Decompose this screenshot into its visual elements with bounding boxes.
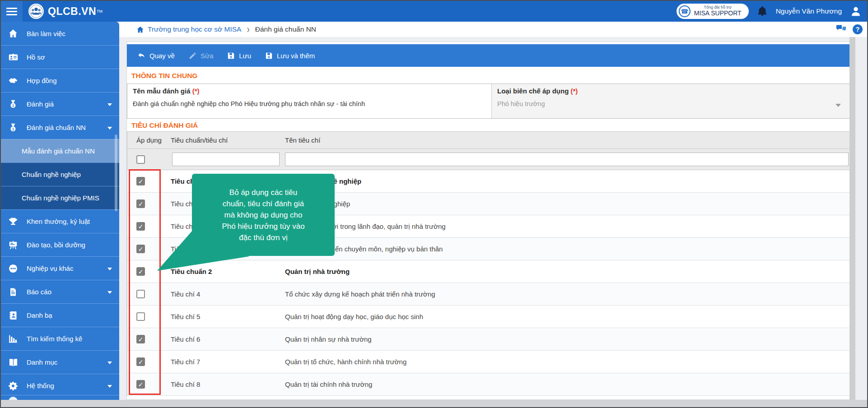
home-icon xyxy=(8,28,19,38)
staff-type-dropdown: Loại biên chế áp dụng (*) Phó hiệu trưởn… xyxy=(492,84,851,118)
sidebar-item--o-t-o-b-i-d-ng[interactable]: Đào tạo, bồi dưỡng xyxy=(1,233,119,256)
support-button[interactable]: ☎ Tổng đài hỗ trợ MISA SUPPORT xyxy=(677,4,749,19)
id-card-icon xyxy=(8,52,19,62)
sidebar-item-label: Danh bạ xyxy=(27,311,52,319)
name-filter-input[interactable] xyxy=(285,153,849,166)
select-all-checkbox[interactable]: ✓ xyxy=(136,155,145,164)
lưu-và-thêm-button[interactable]: Lưu và thêm xyxy=(265,51,315,60)
criteria-code: Tiêu chí 5 xyxy=(171,313,285,320)
callout-text-line: Phó hiệu trưởng tùy vào xyxy=(222,221,304,232)
user-avatar-icon[interactable] xyxy=(850,5,862,17)
row-apply-checkbox[interactable]: ✓ xyxy=(136,199,145,208)
sidebar-item-label: Mẫu đánh giá chuẩn NN xyxy=(22,147,95,155)
sidebar-item-label: Khen thưởng, kỷ luật xyxy=(27,218,90,225)
sidebar-item-label: Đánh giá xyxy=(27,100,54,108)
criteria-code: Tiêu chí 6 xyxy=(171,335,285,343)
criteria-name: Tư tưởng đổi mới trong lãnh đạo, quản tr… xyxy=(285,223,851,230)
chart-icon xyxy=(8,334,19,344)
toolbar-button-label: Quay về xyxy=(149,52,175,60)
sidebar-item-m-u-nh-gi-chu-n-nn[interactable]: Mẫu đánh giá chuẩn NN xyxy=(1,139,119,162)
back-icon xyxy=(137,51,146,60)
section-title-general: THÔNG TIN CHUNG xyxy=(131,72,197,80)
sidebar-item-danh-m-c[interactable]: Danh mục xyxy=(1,350,119,374)
row-apply-checkbox[interactable]: ✓ xyxy=(136,312,145,321)
top-header: QLCB.VNTM ☎ Tổng đài hỗ trợ MISA SUPPORT… xyxy=(1,1,867,22)
dropdown-caret-icon xyxy=(835,104,841,110)
staff-type-label: Loại biên chế áp dụng xyxy=(497,87,569,95)
sidebar-item-label: Chuẩn nghề nghiệp xyxy=(22,171,81,178)
window-footer xyxy=(1,400,867,407)
table-filter-row: ✓ xyxy=(127,149,851,170)
notification-bell-icon[interactable] xyxy=(757,6,768,17)
sidebar-item-h-th-ng[interactable]: Hệ thống xyxy=(1,374,119,397)
sidebar-item--nh-gi-chu-n-nn[interactable]: 1Đánh giá chuẩn NN xyxy=(1,116,119,139)
help-icon[interactable]: ? xyxy=(853,24,863,34)
sidebar-item-h-p-ng[interactable]: Hợp đồng xyxy=(1,69,119,92)
sidebar-item-label: Nghiệp vụ khác xyxy=(27,264,73,272)
row-apply-checkbox[interactable]: ✓ xyxy=(136,245,145,253)
dots-icon xyxy=(8,264,19,274)
template-name-field[interactable]: Tên mẫu đánh giá (*) Đánh giá chuẩn nghề… xyxy=(127,84,492,118)
app-logo[interactable]: QLCB.VNTM xyxy=(28,3,103,19)
row-apply-checkbox[interactable]: ✓ xyxy=(136,222,145,231)
sidebar-item-nghi-p-v-kh-c[interactable]: Nghiệp vụ khác xyxy=(1,256,119,280)
sidebar-scrollbar[interactable] xyxy=(115,134,117,211)
sidebar-item-label: Hệ thống xyxy=(27,382,54,389)
user-name: Nguyễn Văn Phương xyxy=(776,7,842,15)
sidebar-item--nh-gi-[interactable]: 1Đánh giá xyxy=(1,92,119,116)
sidebar-item-label: Đánh giá chuẩn NN xyxy=(27,124,86,131)
toolbar: Quay vềSửaLưuLưu và thêm xyxy=(127,44,851,67)
criteria-filter-input[interactable] xyxy=(172,153,280,166)
svg-text:1: 1 xyxy=(12,103,14,107)
criteria-name: Phẩm chất nghề nghiệp xyxy=(285,177,851,185)
row-apply-checkbox[interactable]: ✓ xyxy=(136,335,145,343)
home-icon[interactable] xyxy=(136,26,144,33)
sidebar-partial-item xyxy=(1,395,119,400)
table-header-row: Áp dụng Tiêu chuẩn/tiêu chí Tên tiêu chí xyxy=(127,132,851,149)
criteria-name: Quản trị tổ chức, hành chính nhà trường xyxy=(285,358,851,366)
quay-về-button[interactable]: Quay về xyxy=(137,51,175,60)
criteria-code: Tiêu chí 7 xyxy=(171,358,285,366)
sidebar-item-khen-th-ng-k-lu-t[interactable]: Khen thưởng, kỷ luật xyxy=(1,209,119,233)
row-apply-checkbox[interactable]: ✓ xyxy=(136,290,145,298)
sidebar-item-chu-n-ngh-nghi-p[interactable]: Chuẩn nghề nghiệp xyxy=(1,162,119,186)
required-mark: (*) xyxy=(571,87,578,95)
template-name-value[interactable]: Đánh giá chuẩn nghề nghiệp cho Phó Hiệu … xyxy=(133,100,486,107)
general-info-form: Tên mẫu đánh giá (*) Đánh giá chuẩn nghề… xyxy=(127,83,851,119)
sidebar-item-b-n-l-m-vi-c[interactable]: Bàn làm việc xyxy=(1,22,119,45)
people-logo-icon xyxy=(28,3,44,19)
required-mark: (*) xyxy=(192,87,200,95)
row-apply-checkbox[interactable]: ✓ xyxy=(136,177,145,185)
vertical-scrollbar[interactable] xyxy=(849,37,855,401)
breadcrumb-root-link[interactable]: Trường trung học cơ sở MISA xyxy=(148,25,241,33)
sidebar-item-chu-n-ngh-nghi-p-pmis[interactable]: Chuẩn nghề nghiệp PMIS xyxy=(1,186,119,209)
sửa-button: Sửa xyxy=(188,51,213,60)
row-apply-checkbox[interactable]: ✓ xyxy=(136,380,145,389)
row-apply-checkbox[interactable]: ✓ xyxy=(136,267,145,276)
toolbar-button-label: Lưu xyxy=(239,52,251,60)
sidebar-item-danh-b-[interactable]: Danh bạ xyxy=(1,303,119,327)
lưu-button[interactable]: Lưu xyxy=(227,51,251,60)
row-apply-checkbox[interactable]: ✓ xyxy=(136,357,145,366)
chat-icon[interactable] xyxy=(835,23,847,35)
sidebar-item-b-o-c-o[interactable]: Báo cáo xyxy=(1,280,119,303)
toolbar-button-label: Sửa xyxy=(201,52,213,60)
table-row: ✓Tiêu chí 5Quản trị hoạt động dạy học, g… xyxy=(127,306,851,328)
section-title-criteria: TIÊU CHÍ ĐÁNH GIÁ xyxy=(131,121,198,130)
criteria-name: Đạo đức nghề nghiệp xyxy=(285,200,851,208)
criteria-name: Quản trị nhà trường xyxy=(285,268,851,275)
contacts-icon xyxy=(8,311,19,320)
criteria-code: Tiêu chí 4 xyxy=(171,290,285,298)
sidebar-item-h-s-[interactable]: Hồ sơ xyxy=(1,45,119,69)
callout-text-line: chuẩn, tiêu chí đánh giá xyxy=(223,198,304,209)
sidebar-item-label: Hồ sơ xyxy=(27,53,45,61)
support-line2: MISA SUPPORT xyxy=(694,10,742,17)
floppy-icon xyxy=(265,51,273,60)
hamburger-menu-button[interactable] xyxy=(1,1,23,22)
gear-icon xyxy=(8,381,19,391)
brand-name: QLCB.VN xyxy=(48,5,96,18)
sidebar-item-t-m-ki-m-th-ng-k-[interactable]: Tìm kiếm thống kê xyxy=(1,327,119,350)
chevron-down-icon xyxy=(107,362,112,366)
criteria-code: Tiêu chí 8 xyxy=(171,380,285,388)
brand-tm: TM xyxy=(97,9,103,14)
